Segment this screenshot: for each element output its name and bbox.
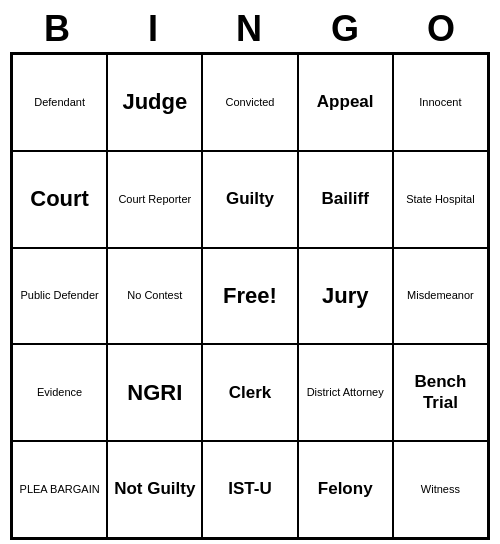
bingo-cell-r0-c4: Innocent — [393, 54, 488, 151]
bingo-cell-r3-c0: Evidence — [12, 344, 107, 441]
bingo-cell-r1-c3: Bailiff — [298, 151, 393, 248]
bingo-cell-r2-c3: Jury — [298, 248, 393, 345]
bingo-cell-r4-c3: Felony — [298, 441, 393, 538]
bingo-cell-r2-c4: Misdemeanor — [393, 248, 488, 345]
bingo-cell-r3-c3: District Attorney — [298, 344, 393, 441]
bingo-cell-r4-c2: IST-U — [202, 441, 297, 538]
bingo-letter: N — [202, 8, 298, 50]
bingo-cell-r1-c4: State Hospital — [393, 151, 488, 248]
bingo-cell-r4-c1: Not Guilty — [107, 441, 202, 538]
bingo-letter: O — [394, 8, 490, 50]
bingo-cell-r0-c2: Convicted — [202, 54, 297, 151]
bingo-cell-r2-c0: Public Defender — [12, 248, 107, 345]
bingo-letter: I — [106, 8, 202, 50]
bingo-letter: B — [10, 8, 106, 50]
bingo-cell-r0-c3: Appeal — [298, 54, 393, 151]
bingo-cell-r0-c1: Judge — [107, 54, 202, 151]
bingo-cell-r3-c2: Clerk — [202, 344, 297, 441]
bingo-header: BINGO — [10, 8, 490, 50]
bingo-letter: G — [298, 8, 394, 50]
bingo-cell-r2-c1: No Contest — [107, 248, 202, 345]
bingo-cell-r3-c1: NGRI — [107, 344, 202, 441]
bingo-grid: DefendantJudgeConvictedAppealInnocentCou… — [10, 52, 490, 540]
bingo-cell-r1-c0: Court — [12, 151, 107, 248]
bingo-cell-r4-c0: PLEA BARGAIN — [12, 441, 107, 538]
bingo-cell-r2-c2: Free! — [202, 248, 297, 345]
bingo-cell-r0-c0: Defendant — [12, 54, 107, 151]
bingo-cell-r1-c2: Guilty — [202, 151, 297, 248]
bingo-cell-r1-c1: Court Reporter — [107, 151, 202, 248]
bingo-cell-r3-c4: Bench Trial — [393, 344, 488, 441]
bingo-cell-r4-c4: Witness — [393, 441, 488, 538]
